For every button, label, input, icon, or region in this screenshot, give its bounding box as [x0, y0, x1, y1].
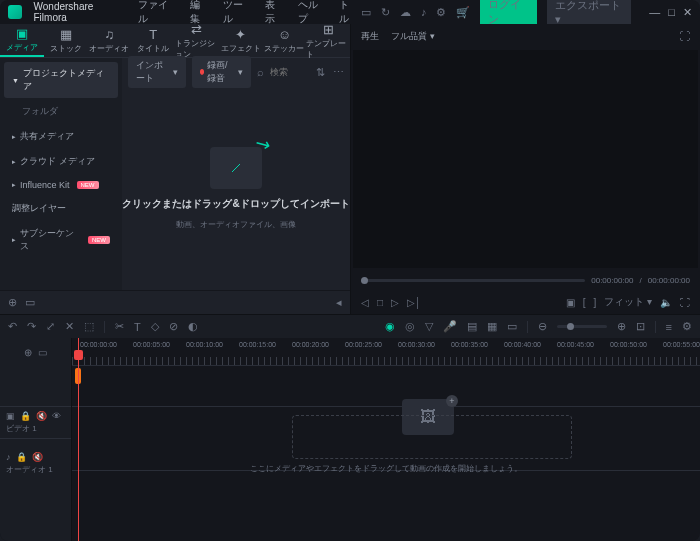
ruler-tick: 00:00:05:00: [133, 341, 170, 348]
track-drop-target[interactable]: [292, 415, 572, 459]
quality-dropdown[interactable]: フル品質 ▾: [391, 30, 435, 43]
snapshot-icon[interactable]: ▣: [566, 297, 575, 308]
prev-frame-icon[interactable]: ◁: [361, 297, 369, 308]
video-track-header[interactable]: ▣ 🔒 🔇 👁 ビデオ 1: [0, 406, 71, 438]
minimize-icon[interactable]: —: [649, 6, 660, 19]
close-icon[interactable]: ✕: [683, 6, 692, 19]
lock-icon[interactable]: 🔒: [16, 452, 27, 462]
main-tabs: ▣メディア ▦ストック ♫オーディオ Tタイトル ⇄トランジション ✦エフェクト…: [0, 24, 350, 58]
preview-toolbar: 再生 フル品質 ▾ ⛶: [351, 24, 700, 48]
stop-icon[interactable]: □: [377, 297, 383, 308]
zoom-fit-icon[interactable]: ⊡: [636, 320, 645, 333]
zoom-out-icon[interactable]: ⊖: [538, 320, 547, 333]
bin-icon[interactable]: ▭: [25, 296, 35, 309]
filter-icon[interactable]: ⇅: [316, 66, 325, 79]
playback-label[interactable]: 再生: [361, 30, 379, 43]
menu-icon[interactable]: ⋯: [333, 66, 344, 79]
cut-icon[interactable]: ✂: [115, 320, 124, 333]
keyframe-icon[interactable]: ◇: [151, 320, 159, 333]
menu-file[interactable]: ファイル: [138, 0, 176, 26]
track-tools: ⊕ ▭: [0, 338, 71, 366]
expand-icon[interactable]: ⛶: [679, 30, 690, 42]
mixer-icon[interactable]: ▤: [467, 320, 477, 333]
crop-icon[interactable]: ⬚: [84, 320, 94, 333]
sidebar-project-media[interactable]: ▼プロジェクトメディア: [4, 62, 118, 98]
preview-canvas[interactable]: [353, 50, 698, 268]
import-dropdown[interactable]: インポート▾: [128, 56, 186, 88]
maximize-icon[interactable]: □: [668, 6, 675, 19]
track-view-icon[interactable]: ▭: [38, 347, 47, 358]
mark-in-icon[interactable]: [: [583, 297, 586, 308]
redo-icon[interactable]: ↷: [27, 320, 36, 333]
sidebar-shared-media[interactable]: ▸共有メディア: [4, 125, 118, 148]
mic-icon[interactable]: 🎤: [443, 320, 457, 333]
pointer-icon[interactable]: ⤢: [46, 320, 55, 333]
next-frame-icon[interactable]: ▷│: [407, 297, 421, 308]
ruler-tick: 00:00:30:00: [398, 341, 435, 348]
drop-title: クリックまたはドラッグ&ドロップしてインポート: [122, 197, 349, 211]
tab-media[interactable]: ▣メディア: [0, 24, 44, 57]
marker-icon2[interactable]: ▽: [425, 320, 433, 333]
mute-icon[interactable]: 🔇: [32, 452, 43, 462]
time-ruler[interactable]: 00:00:00:0000:00:05:0000:00:10:0000:00:1…: [72, 338, 700, 366]
video-track[interactable]: 🖼 ここにメディアやエフェクトをドラッグして動画の作成を開始しましょう。: [72, 406, 700, 470]
render-icon[interactable]: ▦: [487, 320, 497, 333]
add-track-icon[interactable]: ⊕: [24, 347, 32, 358]
track-audio-icon[interactable]: ♪: [6, 452, 11, 462]
view-icon[interactable]: ▭: [507, 320, 517, 333]
audio-track-header[interactable]: ♪ 🔒 🔇 オーディオ 1: [0, 438, 71, 488]
sidebar-folder[interactable]: フォルダ: [4, 100, 118, 123]
import-drop-zone[interactable]: ↘ ⟋ クリックまたはドラッグ&ドロップしてインポート 動画、オーディオファイル…: [122, 86, 350, 290]
collapse-icon[interactable]: ◂: [336, 296, 342, 309]
sidebar-influence-kit[interactable]: ▸Influence KitNEW: [4, 175, 118, 195]
volume-icon[interactable]: 🔈: [660, 297, 672, 308]
ai-icon[interactable]: ◉: [385, 320, 395, 333]
menu-tools[interactable]: ツール: [223, 0, 251, 26]
tab-transition[interactable]: ⇄トランジション: [175, 24, 219, 57]
tab-audio[interactable]: ♫オーディオ: [88, 24, 132, 57]
new-folder-icon[interactable]: ⊕: [8, 296, 17, 309]
sidebar-adjustment-layer[interactable]: 調整レイヤー: [4, 197, 118, 220]
tab-effect[interactable]: ✦エフェクト: [219, 24, 263, 57]
fit-dropdown[interactable]: フィット ▾: [604, 295, 652, 309]
mark-out-icon[interactable]: ]: [593, 297, 596, 308]
track-headers: ⊕ ▭ ▣ 🔒 🔇 👁 ビデオ 1 ♪ 🔒 🔇 オーディオ 1: [0, 338, 72, 541]
undo-icon[interactable]: ↶: [8, 320, 17, 333]
eye-icon[interactable]: 👁: [52, 411, 61, 421]
lock-icon[interactable]: 🔒: [20, 411, 31, 421]
fullscreen-icon[interactable]: ⛶: [680, 297, 690, 308]
tab-template[interactable]: ⊞テンプレート: [306, 24, 350, 57]
bell-icon[interactable]: ♪: [421, 6, 427, 18]
cart-icon[interactable]: 🛒: [456, 6, 470, 19]
zoom-slider[interactable]: [557, 325, 607, 328]
play-icon[interactable]: ▷: [391, 297, 399, 308]
tab-stock[interactable]: ▦ストック: [44, 24, 88, 57]
content-toolbar: インポート▾ 録画/録音▾ ⌕ ⇅ ⋯: [122, 58, 350, 86]
tool-icon[interactable]: ◎: [405, 320, 415, 333]
sidebar-subsequence[interactable]: ▸サブシーケンスNEW: [4, 222, 118, 258]
zoom-in-icon[interactable]: ⊕: [617, 320, 626, 333]
menu-view[interactable]: 表示: [265, 0, 284, 26]
color-icon[interactable]: ◐: [188, 320, 198, 333]
timeline: ⊕ ▭ ▣ 🔒 🔇 👁 ビデオ 1 ♪ 🔒 🔇 オーディオ 1 00:0: [0, 338, 700, 541]
track-video-icon[interactable]: ▣: [6, 411, 15, 421]
scrubber-track[interactable]: [361, 279, 585, 282]
sidebar-cloud-media[interactable]: ▸クラウド メディア: [4, 150, 118, 173]
tab-title[interactable]: Tタイトル: [131, 24, 175, 57]
search-input[interactable]: [270, 67, 310, 77]
list-icon[interactable]: ≡: [666, 321, 672, 333]
scrubber-handle[interactable]: [361, 277, 368, 284]
playhead[interactable]: [78, 338, 79, 541]
cloud-icon[interactable]: ☁: [400, 6, 411, 19]
history-icon[interactable]: ↻: [381, 6, 390, 19]
layout-icon[interactable]: ▭: [361, 6, 371, 19]
timeline-tracks[interactable]: 00:00:00:0000:00:05:0000:00:10:0000:00:1…: [72, 338, 700, 541]
text-icon[interactable]: T: [134, 321, 141, 333]
speed-icon[interactable]: ⊘: [169, 320, 178, 333]
settings-gear-icon[interactable]: ⚙: [682, 320, 692, 333]
settings-icon[interactable]: ⚙: [436, 6, 446, 19]
mute-icon[interactable]: 🔇: [36, 411, 47, 421]
tab-sticker[interactable]: ☺ステッカー: [263, 24, 307, 57]
record-dropdown[interactable]: 録画/録音▾: [192, 56, 251, 88]
delete-icon[interactable]: ✕: [65, 320, 74, 333]
